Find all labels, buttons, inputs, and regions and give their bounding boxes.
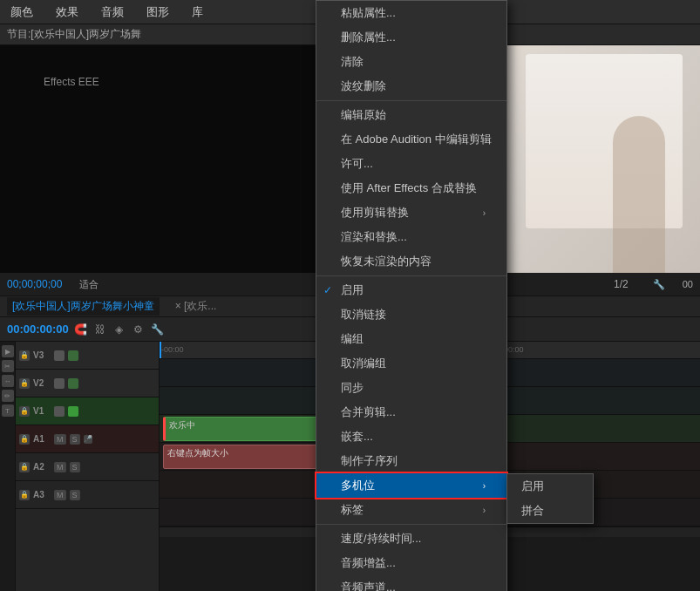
ctx-edit-audition[interactable]: 在 Adobe Audition 中编辑剪辑: [316, 127, 506, 152]
track-label-v2: V2: [33, 378, 51, 388]
ctx-multicam[interactable]: 多机位 › 启用 拼合: [316, 473, 506, 498]
timecode-left: 00;00;00;00: [7, 278, 62, 290]
ctx-delete-attr[interactable]: 删除属性...: [316, 25, 506, 50]
timecode-extra: 00: [683, 279, 693, 289]
playhead[interactable]: [160, 342, 161, 358]
ctx-license[interactable]: 许可...: [316, 152, 506, 176]
track-label-v1: V1: [33, 406, 51, 416]
link-icon[interactable]: ⛓: [93, 323, 107, 336]
wrench-icon[interactable]: 🔧: [151, 323, 165, 336]
lock-a2[interactable]: 🔒: [19, 462, 30, 472]
ctx-edit-original[interactable]: 编辑原始: [316, 100, 506, 127]
pen-tool[interactable]: ✏: [2, 390, 14, 402]
timecode-right-val: 🔧: [653, 279, 665, 290]
lock-a1[interactable]: 🔒: [19, 434, 30, 445]
magnet-icon[interactable]: 🧲: [74, 323, 88, 336]
ctx-nest[interactable]: 嵌套...: [316, 425, 506, 449]
ctx-group[interactable]: 编组: [316, 327, 506, 351]
track-header-a2: 🔒 A2 M S: [16, 453, 159, 481]
ruler-mark-0: -00:00: [161, 345, 184, 354]
ctx-clip-replace[interactable]: 使用剪辑替换›: [316, 200, 506, 225]
sync-v2[interactable]: [68, 378, 78, 389]
ctx-audio-channels[interactable]: 音频声道...: [316, 575, 506, 591]
ctx-unlink[interactable]: 取消链接: [316, 302, 506, 327]
check-enable: ✓: [323, 284, 332, 296]
ctx-make-subsequence[interactable]: 制作子序列: [316, 449, 506, 473]
lock-a3[interactable]: 🔒: [19, 490, 30, 500]
submenu-multicam: 启用 拼合: [506, 473, 594, 524]
track-headers: 🔒 V3 🔒 V2 🔒 V1: [16, 342, 160, 591]
track-header-a3: 🔒 A3 M S: [16, 481, 159, 509]
slip-tool[interactable]: ↔: [2, 375, 14, 387]
solo-a3[interactable]: S: [70, 490, 80, 500]
sidebar-tools: ▶ ✂ ↔ ✏ T: [0, 342, 16, 591]
menu-audio[interactable]: 音频: [98, 3, 127, 22]
settings-icon[interactable]: ⚙: [132, 323, 146, 336]
mute-a2[interactable]: M: [54, 462, 66, 472]
ctx-paste-attr[interactable]: 粘贴属性...: [316, 1, 506, 25]
eye-v2[interactable]: [54, 378, 65, 389]
mic-a1[interactable]: 🎤: [84, 435, 92, 444]
ctx-restore-unrendered[interactable]: 恢复未渲染的内容: [316, 249, 506, 274]
lock-v3[interactable]: 🔒: [19, 350, 30, 361]
monitor-title: 节目:[欢乐中国人]两岁广场舞: [7, 27, 141, 42]
ctx-audio-gain[interactable]: 音频增益...: [316, 551, 506, 575]
track-header-v1: 🔒 V1: [16, 397, 159, 425]
solo-a1[interactable]: S: [70, 434, 80, 445]
menu-graphics[interactable]: 图形: [143, 3, 173, 22]
ctx-sync[interactable]: 同步: [316, 376, 506, 400]
track-label-a2: A2: [33, 462, 51, 472]
sync-v1[interactable]: [68, 406, 78, 417]
ctx-ungroup[interactable]: 取消编组: [316, 351, 506, 376]
ctx-merge-clip[interactable]: 合并剪辑...: [316, 400, 506, 425]
menu-effects[interactable]: 效果: [52, 3, 82, 22]
lock-v2[interactable]: 🔒: [19, 378, 30, 389]
razor-tool[interactable]: ✂: [2, 360, 14, 372]
track-label-a3: A3: [33, 490, 51, 499]
ctx-clear[interactable]: 清除: [316, 50, 506, 74]
eye-v1[interactable]: [54, 406, 65, 417]
ctx-speed[interactable]: 速度/持续时间...: [316, 524, 506, 551]
fit-label: 适合: [79, 278, 99, 291]
timeline-tab-1[interactable]: [欢乐中国人]两岁广场舞小神童: [7, 297, 160, 316]
sync-v3[interactable]: [68, 350, 78, 361]
clip-a1-label: 右键点为帧大小: [167, 448, 228, 458]
track-header-a1: 🔒 A1 M S 🎤: [16, 425, 159, 453]
clip-v1-label: 欢乐中: [169, 420, 195, 430]
track-header-v3: 🔒 V3: [16, 342, 159, 370]
timeline-tab-2[interactable]: × [欢乐...: [170, 297, 222, 316]
mute-a3[interactable]: M: [54, 490, 66, 500]
marker-icon[interactable]: ◈: [112, 323, 126, 336]
mute-a1[interactable]: M: [54, 434, 66, 445]
effects-label: Effects EEE: [44, 76, 99, 88]
ctx-enable[interactable]: ✓ 启用: [316, 275, 506, 302]
fraction-label: 1/2: [614, 278, 629, 290]
submenu-enable[interactable]: 启用: [507, 474, 593, 499]
solo-a2[interactable]: S: [70, 462, 80, 472]
ctx-ripple-delete[interactable]: 波纹删除: [316, 74, 506, 98]
type-tool[interactable]: T: [2, 404, 14, 417]
submenu-flatten[interactable]: 拼合: [507, 499, 593, 523]
ctx-render-replace[interactable]: 渲染和替换...: [316, 225, 506, 249]
lock-v1[interactable]: 🔒: [19, 406, 30, 417]
eye-v3[interactable]: [54, 350, 65, 361]
ctx-ae-replace[interactable]: 使用 After Effects 合成替换: [316, 176, 506, 200]
ctx-label[interactable]: 标签›: [316, 498, 506, 522]
menu-color[interactable]: 颜色: [7, 3, 37, 22]
select-tool[interactable]: ▶: [2, 345, 14, 357]
person-shape: [613, 116, 665, 273]
timeline-timecode: 00:00:00:00: [7, 323, 69, 336]
track-label-v3: V3: [33, 350, 51, 360]
menu-library[interactable]: 库: [188, 3, 207, 22]
track-header-v2: 🔒 V2: [16, 370, 159, 397]
context-menu: 粘贴属性... 删除属性... 清除 波纹删除 编辑原始 在 Adobe Aud…: [316, 0, 507, 591]
track-label-a1: A1: [33, 434, 51, 444]
